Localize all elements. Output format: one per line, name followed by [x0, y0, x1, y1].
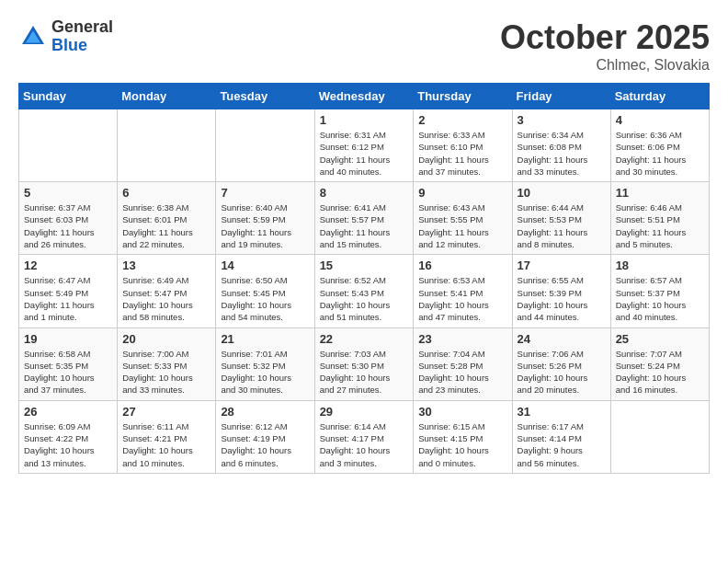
calendar-week-row: 12Sunrise: 6:47 AM Sunset: 5:49 PM Dayli… — [19, 255, 710, 327]
day-info: Sunrise: 6:57 AM Sunset: 5:37 PM Dayligh… — [616, 274, 704, 323]
day-info: Sunrise: 6:55 AM Sunset: 5:39 PM Dayligh… — [518, 274, 606, 323]
day-info: Sunrise: 6:50 AM Sunset: 5:45 PM Dayligh… — [221, 274, 309, 323]
calendar-cell: 7Sunrise: 6:40 AM Sunset: 5:59 PM Daylig… — [216, 182, 314, 255]
calendar-cell: 1Sunrise: 6:31 AM Sunset: 6:12 PM Daylig… — [314, 109, 414, 182]
logo-text: General Blue — [51, 18, 113, 55]
calendar-cell: 5Sunrise: 6:37 AM Sunset: 6:03 PM Daylig… — [19, 182, 118, 255]
day-info: Sunrise: 6:33 AM Sunset: 6:10 PM Dayligh… — [418, 129, 506, 178]
day-number: 4 — [616, 113, 704, 127]
day-number: 2 — [418, 113, 506, 127]
calendar-cell: 4Sunrise: 6:36 AM Sunset: 6:06 PM Daylig… — [610, 109, 709, 182]
calendar-cell — [610, 400, 709, 473]
day-number: 29 — [320, 405, 409, 419]
logo-icon — [18, 22, 48, 52]
day-number: 11 — [616, 186, 704, 200]
calendar-week-row: 1Sunrise: 6:31 AM Sunset: 6:12 PM Daylig… — [19, 109, 710, 182]
calendar-cell: 29Sunrise: 6:14 AM Sunset: 4:17 PM Dayli… — [314, 400, 414, 473]
calendar-cell: 3Sunrise: 6:34 AM Sunset: 6:08 PM Daylig… — [512, 109, 610, 182]
calendar-cell: 16Sunrise: 6:53 AM Sunset: 5:41 PM Dayli… — [414, 255, 512, 327]
calendar-cell: 28Sunrise: 6:12 AM Sunset: 4:19 PM Dayli… — [216, 400, 314, 473]
day-number: 18 — [616, 259, 704, 272]
day-info: Sunrise: 6:52 AM Sunset: 5:43 PM Dayligh… — [320, 274, 409, 323]
day-number: 6 — [122, 186, 210, 200]
day-info: Sunrise: 7:03 AM Sunset: 5:30 PM Dayligh… — [320, 348, 409, 396]
day-info: Sunrise: 7:06 AM Sunset: 5:26 PM Dayligh… — [518, 348, 606, 396]
calendar-cell: 23Sunrise: 7:04 AM Sunset: 5:28 PM Dayli… — [414, 327, 512, 400]
calendar-cell: 30Sunrise: 6:15 AM Sunset: 4:15 PM Dayli… — [414, 400, 512, 473]
day-info: Sunrise: 6:41 AM Sunset: 5:57 PM Dayligh… — [320, 201, 409, 250]
day-number: 15 — [320, 259, 409, 272]
day-number: 1 — [320, 113, 409, 127]
calendar-cell: 26Sunrise: 6:09 AM Sunset: 4:22 PM Dayli… — [19, 400, 118, 473]
month-title: October 2025 — [500, 18, 710, 57]
day-number: 26 — [24, 405, 112, 419]
calendar-week-row: 5Sunrise: 6:37 AM Sunset: 6:03 PM Daylig… — [19, 182, 710, 255]
calendar-cell: 17Sunrise: 6:55 AM Sunset: 5:39 PM Dayli… — [512, 255, 610, 327]
day-number: 5 — [24, 186, 112, 200]
day-number: 27 — [122, 405, 210, 419]
calendar-cell: 13Sunrise: 6:49 AM Sunset: 5:47 PM Dayli… — [118, 255, 216, 327]
day-info: Sunrise: 6:43 AM Sunset: 5:55 PM Dayligh… — [418, 201, 506, 250]
weekday-header: Thursday — [414, 84, 512, 109]
calendar-week-row: 26Sunrise: 6:09 AM Sunset: 4:22 PM Dayli… — [19, 400, 710, 473]
day-number: 28 — [221, 405, 309, 419]
day-info: Sunrise: 6:15 AM Sunset: 4:15 PM Dayligh… — [418, 420, 506, 469]
title-area: October 2025 Chlmec, Slovakia — [500, 18, 710, 74]
day-info: Sunrise: 7:04 AM Sunset: 5:28 PM Dayligh… — [418, 348, 506, 396]
calendar-cell: 9Sunrise: 6:43 AM Sunset: 5:55 PM Daylig… — [414, 182, 512, 255]
calendar-header-row: SundayMondayTuesdayWednesdayThursdayFrid… — [19, 84, 710, 109]
logo: General Blue — [18, 18, 113, 55]
day-info: Sunrise: 6:31 AM Sunset: 6:12 PM Dayligh… — [320, 129, 409, 178]
day-info: Sunrise: 6:49 AM Sunset: 5:47 PM Dayligh… — [122, 274, 210, 323]
calendar-cell — [118, 109, 216, 182]
day-number: 17 — [518, 259, 606, 272]
weekday-header: Tuesday — [216, 84, 314, 109]
weekday-header: Wednesday — [314, 84, 414, 109]
day-number: 31 — [518, 405, 606, 419]
calendar-cell: 27Sunrise: 6:11 AM Sunset: 4:21 PM Dayli… — [118, 400, 216, 473]
day-number: 14 — [221, 259, 309, 272]
day-info: Sunrise: 6:40 AM Sunset: 5:59 PM Dayligh… — [221, 201, 309, 250]
calendar-cell: 22Sunrise: 7:03 AM Sunset: 5:30 PM Dayli… — [314, 327, 414, 400]
calendar-cell: 10Sunrise: 6:44 AM Sunset: 5:53 PM Dayli… — [512, 182, 610, 255]
logo-blue-text: Blue — [51, 37, 113, 55]
weekday-header: Monday — [118, 84, 216, 109]
location-label: Chlmec, Slovakia — [500, 57, 710, 74]
day-info: Sunrise: 6:58 AM Sunset: 5:35 PM Dayligh… — [24, 348, 112, 396]
day-number: 19 — [24, 332, 112, 346]
calendar-cell — [216, 109, 314, 182]
calendar-table: SundayMondayTuesdayWednesdayThursdayFrid… — [18, 83, 710, 474]
day-number: 25 — [616, 332, 704, 346]
calendar-cell: 2Sunrise: 6:33 AM Sunset: 6:10 PM Daylig… — [414, 109, 512, 182]
day-number: 20 — [122, 332, 210, 346]
weekday-header: Sunday — [19, 84, 118, 109]
calendar-cell: 14Sunrise: 6:50 AM Sunset: 5:45 PM Dayli… — [216, 255, 314, 327]
calendar-cell — [19, 109, 118, 182]
calendar-cell: 12Sunrise: 6:47 AM Sunset: 5:49 PM Dayli… — [19, 255, 118, 327]
day-info: Sunrise: 6:46 AM Sunset: 5:51 PM Dayligh… — [616, 201, 704, 250]
day-number: 9 — [418, 186, 506, 200]
calendar-cell: 19Sunrise: 6:58 AM Sunset: 5:35 PM Dayli… — [19, 327, 118, 400]
calendar-cell: 21Sunrise: 7:01 AM Sunset: 5:32 PM Dayli… — [216, 327, 314, 400]
day-number: 10 — [518, 186, 606, 200]
day-number: 30 — [418, 405, 506, 419]
day-number: 13 — [122, 259, 210, 272]
day-info: Sunrise: 6:36 AM Sunset: 6:06 PM Dayligh… — [616, 129, 704, 178]
day-number: 22 — [320, 332, 409, 346]
day-number: 21 — [221, 332, 309, 346]
day-number: 23 — [418, 332, 506, 346]
logo-general-text: General — [51, 18, 113, 37]
day-info: Sunrise: 6:44 AM Sunset: 5:53 PM Dayligh… — [518, 201, 606, 250]
day-info: Sunrise: 6:34 AM Sunset: 6:08 PM Dayligh… — [518, 129, 606, 178]
day-number: 24 — [518, 332, 606, 346]
day-info: Sunrise: 6:09 AM Sunset: 4:22 PM Dayligh… — [24, 420, 112, 469]
calendar-cell: 24Sunrise: 7:06 AM Sunset: 5:26 PM Dayli… — [512, 327, 610, 400]
day-number: 12 — [24, 259, 112, 272]
calendar-cell: 18Sunrise: 6:57 AM Sunset: 5:37 PM Dayli… — [610, 255, 709, 327]
calendar-cell: 31Sunrise: 6:17 AM Sunset: 4:14 PM Dayli… — [512, 400, 610, 473]
day-info: Sunrise: 7:00 AM Sunset: 5:33 PM Dayligh… — [122, 348, 210, 396]
day-info: Sunrise: 7:07 AM Sunset: 5:24 PM Dayligh… — [616, 348, 704, 396]
weekday-header: Friday — [512, 84, 610, 109]
day-info: Sunrise: 6:12 AM Sunset: 4:19 PM Dayligh… — [221, 420, 309, 469]
day-info: Sunrise: 6:38 AM Sunset: 6:01 PM Dayligh… — [122, 201, 210, 250]
